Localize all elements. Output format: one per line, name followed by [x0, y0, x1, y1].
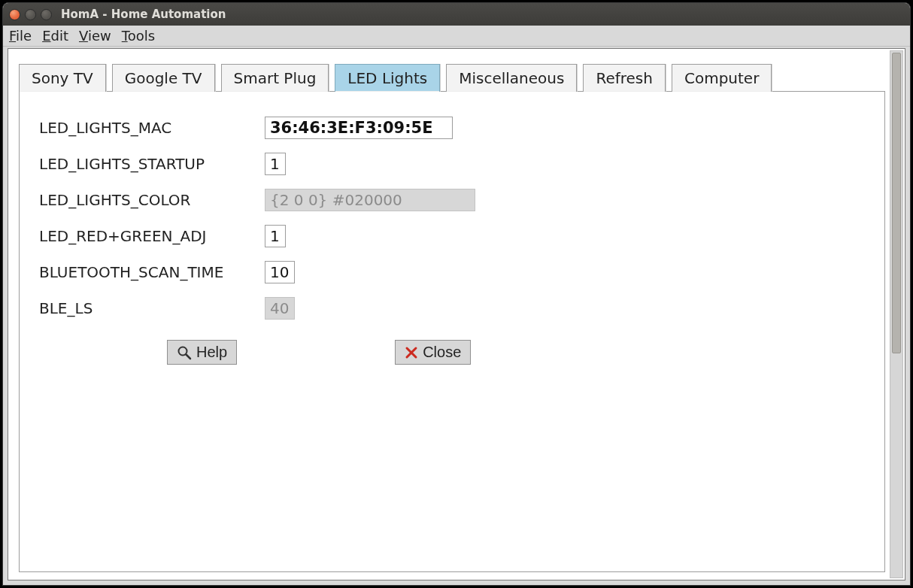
help-button-label: Help: [196, 344, 227, 361]
input-led-red-green-adj[interactable]: [265, 225, 286, 247]
client-inner: Sony TV Google TV Smart Plug LED Lights …: [11, 52, 893, 577]
window-maximize-icon[interactable]: [41, 9, 52, 20]
input-ble-ls: [265, 297, 295, 320]
row-led-red-green-adj: LED_RED+GREEN_ADJ: [39, 218, 865, 254]
label-led-lights-startup: LED_LIGHTS_STARTUP: [39, 155, 265, 173]
label-led-lights-color: LED_LIGHTS_COLOR: [39, 191, 265, 209]
client-area: Sony TV Google TV Smart Plug LED Lights …: [8, 48, 905, 580]
label-ble-ls: BLE_LS: [39, 299, 265, 317]
close-button[interactable]: Close: [395, 340, 471, 365]
help-button[interactable]: Help: [167, 340, 237, 365]
menubar: File Edit View Tools: [3, 26, 910, 47]
menu-file[interactable]: File: [9, 28, 32, 44]
menu-tools[interactable]: Tools: [122, 28, 155, 44]
tab-computer[interactable]: Computer: [672, 64, 772, 92]
tab-panel-led-lights: LED_LIGHTS_MAC LED_LIGHTS_STARTUP LED_LI…: [19, 91, 885, 572]
input-led-lights-mac[interactable]: [265, 117, 453, 139]
tab-google-tv[interactable]: Google TV: [112, 64, 215, 92]
row-bluetooth-scan-time: BLUETOOTH_SCAN_TIME: [39, 254, 865, 290]
label-led-lights-mac: LED_LIGHTS_MAC: [39, 119, 265, 137]
menu-edit[interactable]: Edit: [42, 28, 68, 44]
svg-line-1: [187, 354, 191, 359]
scrollbar-thumb[interactable]: [892, 53, 901, 353]
menu-view[interactable]: View: [79, 28, 111, 44]
button-row: Help Close: [167, 340, 865, 365]
tab-refresh[interactable]: Refresh: [583, 64, 666, 92]
label-led-red-green-adj: LED_RED+GREEN_ADJ: [39, 227, 265, 245]
row-ble-ls: BLE_LS: [39, 290, 865, 326]
window-frame: HomA - Home Automation File Edit View To…: [2, 2, 911, 586]
tab-sony-tv[interactable]: Sony TV: [19, 64, 106, 92]
titlebar: HomA - Home Automation: [3, 3, 910, 26]
close-icon: [405, 346, 418, 359]
input-bluetooth-scan-time[interactable]: [265, 261, 295, 283]
vertical-scrollbar[interactable]: [890, 50, 903, 578]
tab-bar: Sony TV Google TV Smart Plug LED Lights …: [11, 52, 893, 91]
window-close-icon[interactable]: [9, 9, 20, 20]
close-button-label: Close: [423, 344, 461, 361]
tab-smart-plug[interactable]: Smart Plug: [221, 64, 329, 92]
magnifier-icon: [177, 345, 192, 360]
row-led-lights-startup: LED_LIGHTS_STARTUP: [39, 146, 865, 182]
row-led-lights-mac: LED_LIGHTS_MAC: [39, 110, 865, 146]
window-minimize-icon[interactable]: [25, 9, 36, 20]
input-led-lights-color: [265, 189, 475, 211]
window-title: HomA - Home Automation: [61, 8, 226, 21]
tab-miscellaneous[interactable]: Miscellaneous: [446, 64, 577, 92]
row-led-lights-color: LED_LIGHTS_COLOR: [39, 182, 865, 218]
tab-led-lights[interactable]: LED Lights: [335, 64, 440, 92]
label-bluetooth-scan-time: BLUETOOTH_SCAN_TIME: [39, 263, 265, 281]
input-led-lights-startup[interactable]: [265, 153, 286, 175]
